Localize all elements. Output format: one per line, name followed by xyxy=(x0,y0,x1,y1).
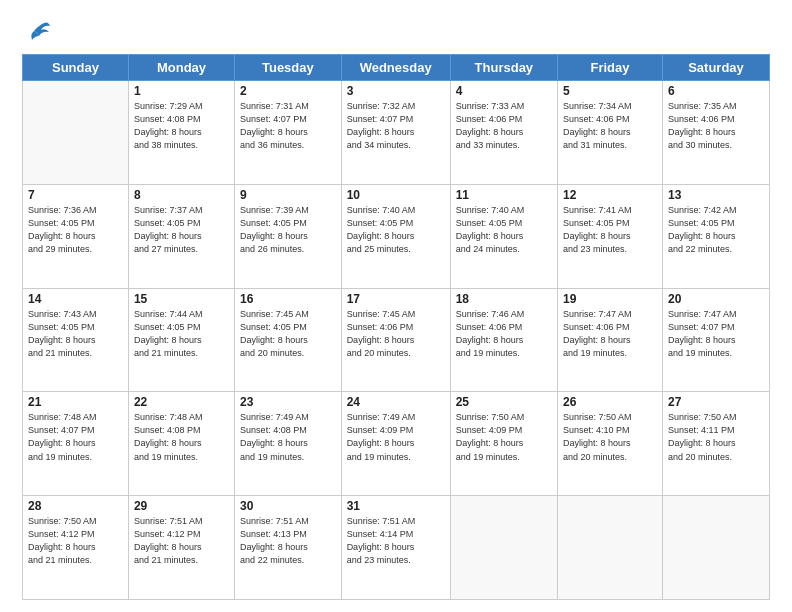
day-number: 3 xyxy=(347,84,445,98)
calendar-cell: 21Sunrise: 7:48 AMSunset: 4:07 PMDayligh… xyxy=(23,392,129,496)
day-number: 12 xyxy=(563,188,657,202)
day-info: Sunrise: 7:48 AMSunset: 4:08 PMDaylight:… xyxy=(134,411,229,463)
calendar-cell: 18Sunrise: 7:46 AMSunset: 4:06 PMDayligh… xyxy=(450,288,557,392)
day-number: 18 xyxy=(456,292,552,306)
calendar-cell: 12Sunrise: 7:41 AMSunset: 4:05 PMDayligh… xyxy=(558,184,663,288)
calendar-cell: 26Sunrise: 7:50 AMSunset: 4:10 PMDayligh… xyxy=(558,392,663,496)
day-info: Sunrise: 7:33 AMSunset: 4:06 PMDaylight:… xyxy=(456,100,552,152)
day-number: 31 xyxy=(347,499,445,513)
calendar-cell: 17Sunrise: 7:45 AMSunset: 4:06 PMDayligh… xyxy=(341,288,450,392)
calendar-week-row: 7Sunrise: 7:36 AMSunset: 4:05 PMDaylight… xyxy=(23,184,770,288)
calendar-week-row: 14Sunrise: 7:43 AMSunset: 4:05 PMDayligh… xyxy=(23,288,770,392)
day-info: Sunrise: 7:41 AMSunset: 4:05 PMDaylight:… xyxy=(563,204,657,256)
calendar-cell: 11Sunrise: 7:40 AMSunset: 4:05 PMDayligh… xyxy=(450,184,557,288)
calendar-header-tuesday: Tuesday xyxy=(235,55,342,81)
day-info: Sunrise: 7:31 AMSunset: 4:07 PMDaylight:… xyxy=(240,100,336,152)
day-number: 22 xyxy=(134,395,229,409)
day-number: 28 xyxy=(28,499,123,513)
page: SundayMondayTuesdayWednesdayThursdayFrid… xyxy=(0,0,792,612)
calendar-cell: 22Sunrise: 7:48 AMSunset: 4:08 PMDayligh… xyxy=(128,392,234,496)
day-info: Sunrise: 7:51 AMSunset: 4:13 PMDaylight:… xyxy=(240,515,336,567)
day-info: Sunrise: 7:50 AMSunset: 4:12 PMDaylight:… xyxy=(28,515,123,567)
day-info: Sunrise: 7:47 AMSunset: 4:07 PMDaylight:… xyxy=(668,308,764,360)
day-number: 17 xyxy=(347,292,445,306)
day-info: Sunrise: 7:35 AMSunset: 4:06 PMDaylight:… xyxy=(668,100,764,152)
day-number: 30 xyxy=(240,499,336,513)
day-info: Sunrise: 7:45 AMSunset: 4:06 PMDaylight:… xyxy=(347,308,445,360)
day-info: Sunrise: 7:47 AMSunset: 4:06 PMDaylight:… xyxy=(563,308,657,360)
day-number: 25 xyxy=(456,395,552,409)
calendar-cell: 13Sunrise: 7:42 AMSunset: 4:05 PMDayligh… xyxy=(662,184,769,288)
day-number: 24 xyxy=(347,395,445,409)
calendar-cell: 4Sunrise: 7:33 AMSunset: 4:06 PMDaylight… xyxy=(450,81,557,185)
calendar-cell: 19Sunrise: 7:47 AMSunset: 4:06 PMDayligh… xyxy=(558,288,663,392)
calendar-header-row: SundayMondayTuesdayWednesdayThursdayFrid… xyxy=(23,55,770,81)
header xyxy=(22,18,770,46)
calendar-cell xyxy=(662,496,769,600)
day-number: 29 xyxy=(134,499,229,513)
day-number: 9 xyxy=(240,188,336,202)
day-info: Sunrise: 7:34 AMSunset: 4:06 PMDaylight:… xyxy=(563,100,657,152)
calendar-cell xyxy=(450,496,557,600)
day-number: 14 xyxy=(28,292,123,306)
day-info: Sunrise: 7:45 AMSunset: 4:05 PMDaylight:… xyxy=(240,308,336,360)
day-number: 11 xyxy=(456,188,552,202)
day-info: Sunrise: 7:50 AMSunset: 4:10 PMDaylight:… xyxy=(563,411,657,463)
calendar-week-row: 1Sunrise: 7:29 AMSunset: 4:08 PMDaylight… xyxy=(23,81,770,185)
calendar-cell: 16Sunrise: 7:45 AMSunset: 4:05 PMDayligh… xyxy=(235,288,342,392)
day-info: Sunrise: 7:44 AMSunset: 4:05 PMDaylight:… xyxy=(134,308,229,360)
day-number: 13 xyxy=(668,188,764,202)
day-number: 7 xyxy=(28,188,123,202)
day-number: 1 xyxy=(134,84,229,98)
day-number: 4 xyxy=(456,84,552,98)
calendar-cell: 10Sunrise: 7:40 AMSunset: 4:05 PMDayligh… xyxy=(341,184,450,288)
calendar-header-sunday: Sunday xyxy=(23,55,129,81)
calendar-header-wednesday: Wednesday xyxy=(341,55,450,81)
day-number: 8 xyxy=(134,188,229,202)
calendar-cell: 8Sunrise: 7:37 AMSunset: 4:05 PMDaylight… xyxy=(128,184,234,288)
day-info: Sunrise: 7:40 AMSunset: 4:05 PMDaylight:… xyxy=(456,204,552,256)
calendar-cell: 25Sunrise: 7:50 AMSunset: 4:09 PMDayligh… xyxy=(450,392,557,496)
calendar-table: SundayMondayTuesdayWednesdayThursdayFrid… xyxy=(22,54,770,600)
calendar-cell xyxy=(23,81,129,185)
day-info: Sunrise: 7:50 AMSunset: 4:11 PMDaylight:… xyxy=(668,411,764,463)
calendar-cell: 31Sunrise: 7:51 AMSunset: 4:14 PMDayligh… xyxy=(341,496,450,600)
calendar-cell: 3Sunrise: 7:32 AMSunset: 4:07 PMDaylight… xyxy=(341,81,450,185)
logo xyxy=(22,18,52,46)
calendar-header-monday: Monday xyxy=(128,55,234,81)
day-number: 6 xyxy=(668,84,764,98)
calendar-cell: 24Sunrise: 7:49 AMSunset: 4:09 PMDayligh… xyxy=(341,392,450,496)
logo-bird-icon xyxy=(24,18,52,46)
day-info: Sunrise: 7:29 AMSunset: 4:08 PMDaylight:… xyxy=(134,100,229,152)
calendar-cell: 30Sunrise: 7:51 AMSunset: 4:13 PMDayligh… xyxy=(235,496,342,600)
calendar-cell: 29Sunrise: 7:51 AMSunset: 4:12 PMDayligh… xyxy=(128,496,234,600)
day-number: 27 xyxy=(668,395,764,409)
day-number: 26 xyxy=(563,395,657,409)
calendar-cell: 27Sunrise: 7:50 AMSunset: 4:11 PMDayligh… xyxy=(662,392,769,496)
calendar-cell: 2Sunrise: 7:31 AMSunset: 4:07 PMDaylight… xyxy=(235,81,342,185)
calendar-cell: 28Sunrise: 7:50 AMSunset: 4:12 PMDayligh… xyxy=(23,496,129,600)
calendar-header-friday: Friday xyxy=(558,55,663,81)
day-info: Sunrise: 7:32 AMSunset: 4:07 PMDaylight:… xyxy=(347,100,445,152)
calendar-cell: 9Sunrise: 7:39 AMSunset: 4:05 PMDaylight… xyxy=(235,184,342,288)
calendar-cell: 23Sunrise: 7:49 AMSunset: 4:08 PMDayligh… xyxy=(235,392,342,496)
calendar-cell xyxy=(558,496,663,600)
day-info: Sunrise: 7:51 AMSunset: 4:14 PMDaylight:… xyxy=(347,515,445,567)
day-info: Sunrise: 7:51 AMSunset: 4:12 PMDaylight:… xyxy=(134,515,229,567)
calendar-header-saturday: Saturday xyxy=(662,55,769,81)
calendar-week-row: 21Sunrise: 7:48 AMSunset: 4:07 PMDayligh… xyxy=(23,392,770,496)
day-info: Sunrise: 7:39 AMSunset: 4:05 PMDaylight:… xyxy=(240,204,336,256)
calendar-week-row: 28Sunrise: 7:50 AMSunset: 4:12 PMDayligh… xyxy=(23,496,770,600)
calendar-cell: 6Sunrise: 7:35 AMSunset: 4:06 PMDaylight… xyxy=(662,81,769,185)
calendar-cell: 14Sunrise: 7:43 AMSunset: 4:05 PMDayligh… xyxy=(23,288,129,392)
day-number: 21 xyxy=(28,395,123,409)
day-number: 16 xyxy=(240,292,336,306)
calendar-cell: 5Sunrise: 7:34 AMSunset: 4:06 PMDaylight… xyxy=(558,81,663,185)
calendar-header-thursday: Thursday xyxy=(450,55,557,81)
day-number: 15 xyxy=(134,292,229,306)
day-info: Sunrise: 7:37 AMSunset: 4:05 PMDaylight:… xyxy=(134,204,229,256)
day-number: 23 xyxy=(240,395,336,409)
day-number: 20 xyxy=(668,292,764,306)
day-number: 10 xyxy=(347,188,445,202)
calendar-cell: 20Sunrise: 7:47 AMSunset: 4:07 PMDayligh… xyxy=(662,288,769,392)
